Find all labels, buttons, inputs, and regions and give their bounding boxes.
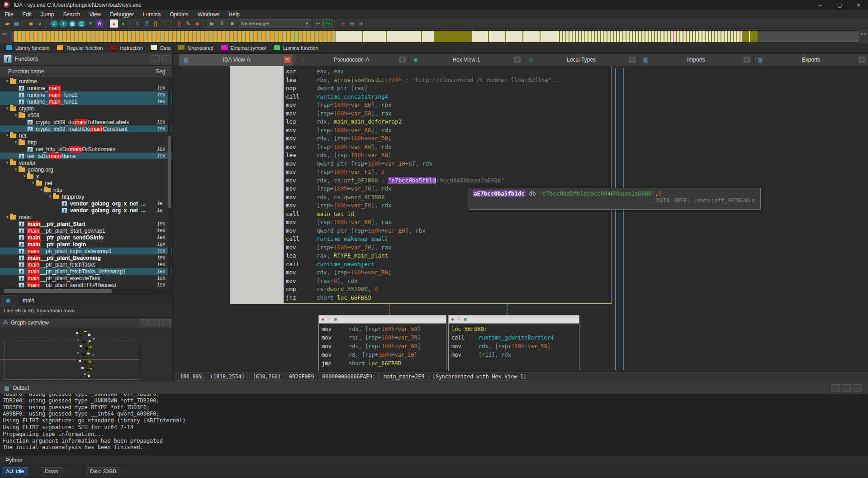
- tab-close-icon[interactable]: ✕: [744, 57, 750, 63]
- disasm-line[interactable]: movrdx, cs:off_9F3B00 ; "e7bcc0ba5fb1dc9…: [284, 177, 611, 185]
- disasm-line[interactable]: leardx, [rsp+160h+var_A8]: [284, 151, 611, 160]
- disasm-line[interactable]: callmain_Get_id: [284, 210, 611, 219]
- navband-left-arrows[interactable]: ◂ ▸: [1, 32, 8, 36]
- disassembly-basic-block[interactable]: xoreax, eaxlearbx, aTruejsonHostLt+724h …: [284, 66, 612, 304]
- tab-local-types[interactable]: ◎Local Types✕: [524, 54, 639, 66]
- function-row[interactable]: ▼golang.org: [0, 166, 172, 173]
- menu-lumina[interactable]: Lumina: [138, 11, 165, 18]
- debug-stop-icon[interactable]: ■: [228, 19, 237, 28]
- jump-problem-icon[interactable]: ◫: [77, 20, 85, 27]
- demangle-icon[interactable]: ▲: [110, 19, 118, 28]
- graph-overview-header[interactable]: ⁂ Graph overview: [0, 318, 172, 328]
- maximize-button[interactable]: ▢: [830, 0, 849, 10]
- tab-close-icon[interactable]: ✕: [859, 57, 865, 63]
- navband-segment-empty[interactable]: [758, 31, 858, 42]
- functions-hscroll-thumb[interactable]: [4, 289, 112, 293]
- function-row[interactable]: ▼runtime: [0, 78, 172, 85]
- disasm-line[interactable]: nopdword ptr [rax]: [284, 84, 611, 93]
- menu-search[interactable]: Search: [58, 11, 85, 18]
- function-row[interactable]: fmain__ptr_plant_login.tex: [0, 241, 172, 248]
- function-row[interactable]: fmain__ptr_plant_login_deferwrap1.tex: [0, 248, 172, 254]
- create-function-icon[interactable]: c: [133, 19, 142, 28]
- open-file-icon[interactable]: ▰: [3, 19, 11, 28]
- output-panel-header[interactable]: ▤ Output: [0, 382, 868, 394]
- tab-hex-view-1[interactable]: ◉Hex View-1✕: [409, 54, 524, 66]
- disasm-line[interactable]: learax, RTYPE_main_plant: [284, 252, 611, 260]
- function-row[interactable]: ▼net: [0, 180, 172, 186]
- graph-node-loc-66FB69[interactable]: ◉ ✎ ▦ loc_66FB69:callruntime_gcWriteBarr…: [448, 315, 579, 371]
- menu-help[interactable]: Help: [224, 11, 244, 18]
- disasm-line[interactable]: mov[rax+8], rdx: [284, 277, 611, 286]
- menu-view[interactable]: View: [85, 11, 105, 18]
- function-row[interactable]: fvendor_golang_org_x_net_....te: [0, 207, 172, 214]
- search-icon[interactable]: ⌕: [36, 19, 44, 28]
- function-row[interactable]: fmain__ptr_plant_Start.tex: [0, 220, 172, 227]
- output-log[interactable]: 7DB1F0: using guessed type _UNKNOWN *off…: [0, 394, 868, 455]
- function-row[interactable]: fruntime_main_func2.tex: [0, 91, 172, 98]
- disasm-line[interactable]: callruntime_gcWriteBarrier4: [451, 334, 576, 342]
- tab-ida-view-a[interactable]: ▥IDA View-A✕: [179, 54, 294, 66]
- disasm-line[interactable]: mov[rsp+160h+var_A8], rdx: [284, 126, 611, 135]
- disasm-line[interactable]: mov[rsp+160h+var_B0], rbx: [284, 101, 611, 110]
- navband-segment-unexplored[interactable]: [742, 31, 758, 42]
- function-row[interactable]: fmain__ptr_plant_executeTask.tex: [0, 275, 172, 282]
- snapshot-icon[interactable]: ◉: [27, 19, 35, 28]
- graph-node-fallthrough[interactable]: ◉ ✎ ▦ movrdx, [rsp+160h+var_58]movrsi, […: [318, 315, 446, 371]
- function-row[interactable]: fvendor_golang_org_x_net_....te: [0, 200, 172, 207]
- graph-overview-button-3[interactable]: [161, 319, 171, 326]
- function-row[interactable]: fnet_http_isDomainOrSubdomain.tex: [0, 146, 172, 153]
- disasm-line[interactable]: mov[rsp+160h+var_A0], rdx: [284, 143, 611, 152]
- lumina-icon[interactable]: ●: [119, 19, 127, 28]
- disasm-line[interactable]: learbx, aTruejsonHostLt+724h ; "http://c…: [284, 76, 611, 85]
- disasm-line[interactable]: leardx, main_main_deferwrap2: [284, 118, 611, 126]
- jump-sequence-icon[interactable]: ▦: [68, 20, 76, 27]
- disasm-line[interactable]: cmpcs:dword_A51D00, 0: [284, 285, 611, 294]
- graph-node-header[interactable]: ◉ ✎ ▦: [449, 315, 579, 324]
- tab-pseudocode-a[interactable]: ≡Pseudocode-A✕: [294, 54, 409, 66]
- function-row[interactable]: fmain__ptr_plant_Start_gowrap1.tex: [0, 227, 172, 234]
- minimize-button[interactable]: –: [811, 0, 830, 10]
- graph-node-header[interactable]: ◉ ✎ ▦: [319, 315, 446, 324]
- menu-debugger[interactable]: Debugger: [105, 11, 138, 18]
- disasm-line[interactable]: movqword ptr [rsp+160h+var_E0], rbx: [284, 227, 611, 235]
- disasm-line[interactable]: jnzshort loc_66FB69: [284, 294, 611, 302]
- disasm-line[interactable]: movrdx, [rsp+160h+var_D8]: [284, 134, 611, 143]
- tab-imports[interactable]: ▥Imports✕: [639, 54, 754, 66]
- breakpoint-icon[interactable]: ◆: [193, 19, 201, 28]
- chevron-expanded-icon[interactable]: ▼: [5, 215, 10, 219]
- step-into-icon[interactable]: ↪: [323, 19, 332, 28]
- list2-icon[interactable]: ≣: [348, 19, 356, 28]
- edit-icon[interactable]: ✎: [184, 19, 192, 28]
- python-tab[interactable]: Python: [0, 457, 22, 464]
- disasm-line[interactable]: xoreax, eax: [284, 67, 611, 76]
- filter-input[interactable]: main: [17, 296, 172, 306]
- disasm-line[interactable]: movrdx, [rsp+160h+var_B0]: [284, 268, 611, 277]
- tab-exports[interactable]: ▥Exports✕: [754, 54, 868, 66]
- navband-segment-data[interactable]: [336, 31, 434, 42]
- function-row[interactable]: ▼vendor: [0, 159, 172, 166]
- disasm-line[interactable]: callruntime_newobject: [284, 260, 611, 269]
- functions-column-header[interactable]: Function name Seg: [0, 66, 172, 78]
- navigation-band[interactable]: ◂ ▸ ▸ ◂: [0, 29, 868, 44]
- function-row[interactable]: ▼main: [0, 214, 172, 220]
- disasm-line[interactable]: mov[rsp+160h+var_20], rax: [284, 244, 611, 252]
- close-button[interactable]: ✕: [849, 0, 868, 10]
- node-color-icon[interactable]: ◉: [320, 317, 325, 322]
- function-row[interactable]: ▼crypto: [0, 105, 172, 112]
- list1-icon[interactable]: ≣: [339, 19, 347, 28]
- function-row[interactable]: fmain__ptr_plant_fetchTasks.tex: [0, 261, 172, 268]
- dots-icon[interactable]: ⁚⁚: [161, 19, 169, 28]
- disasm-line[interactable]: mov[rsp+160h+var_60], rax: [284, 218, 611, 227]
- graph-overview-button-1[interactable]: [140, 319, 149, 326]
- functions-panel-close-button[interactable]: [161, 55, 171, 62]
- function-row[interactable]: fcrypto_x509_matchDomainConstraint.tex: [0, 125, 172, 132]
- chevron-down-icon[interactable]: ▼: [305, 21, 309, 26]
- disasm-line[interactable]: movrdi, [rsp+160h+var_60]: [322, 342, 443, 351]
- function-row[interactable]: fnet_isDomainName.tex: [0, 153, 172, 159]
- navband-segment-regular[interactable]: [14, 31, 336, 42]
- output-button-2[interactable]: [842, 384, 851, 392]
- ascii-icon[interactable]: A: [95, 19, 104, 28]
- disasm-line[interactable]: movr8, [rsp+160h+var_20]: [322, 351, 443, 359]
- array-icon[interactable]: []: [175, 19, 183, 28]
- navband-strip[interactable]: [11, 30, 859, 43]
